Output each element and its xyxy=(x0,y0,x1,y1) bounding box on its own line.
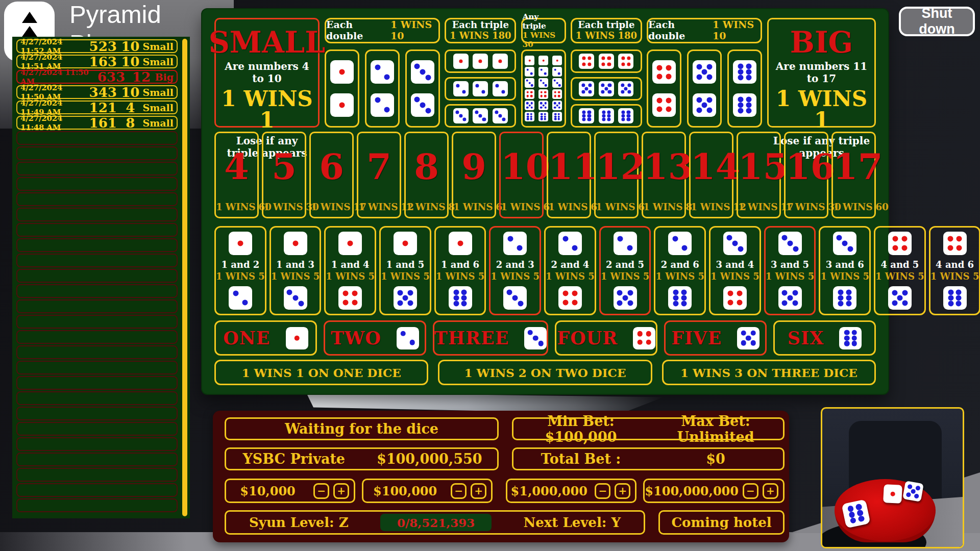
bet-triple-5[interactable] xyxy=(571,77,642,101)
bet-single-three[interactable]: THREE xyxy=(433,320,549,356)
section-odds: 1 WINS 180 xyxy=(575,31,637,41)
die-pip xyxy=(666,97,671,103)
die-pip xyxy=(544,102,547,105)
bet-total-14[interactable]: 141 WINS 12 xyxy=(689,132,733,218)
bet-combo-3-5[interactable]: 3 and 51 WINS 5 xyxy=(764,226,816,315)
die-6-icon xyxy=(538,112,548,121)
section-triple: Each triple1 WINS 180 xyxy=(571,18,642,128)
die-pip xyxy=(541,118,543,120)
die-pip xyxy=(461,301,467,307)
bet-combo-1-2[interactable]: 1 and 21 WINS 5 xyxy=(214,226,266,315)
bet-total-6[interactable]: 61 WINS 17 xyxy=(309,132,354,218)
chip-plus-button[interactable]: + xyxy=(763,483,778,499)
total-number: 14 xyxy=(691,149,732,185)
bet-total-8[interactable]: 81 WINS 8 xyxy=(404,132,449,218)
die-pip xyxy=(738,108,744,113)
combo-label: 2 and 3 xyxy=(496,260,534,269)
bet-total-10[interactable]: 101 WINS 6 xyxy=(499,132,544,218)
chip-plus-button[interactable]: + xyxy=(471,483,486,499)
bet-double-3[interactable] xyxy=(405,49,440,128)
bet-double-6[interactable] xyxy=(727,49,762,128)
any-header: Any triple1 WINS 30 xyxy=(521,18,566,43)
bet-combo-3-6[interactable]: 3 and 61 WINS 5 xyxy=(819,226,871,315)
die-pip xyxy=(541,91,543,94)
die-pip xyxy=(518,301,524,307)
bet-combo-1-5[interactable]: 1 and 51 WINS 5 xyxy=(379,226,431,315)
die-pip xyxy=(604,87,608,90)
die-1-icon xyxy=(330,93,354,117)
die-pip xyxy=(348,240,353,246)
chip-100000[interactable]: $100,000−+ xyxy=(362,479,493,503)
combo-odds: 1 WINS 5 xyxy=(766,272,815,281)
totals-row: 41 WINS 6051 WINS 3061 WINS 1771 WINS 12… xyxy=(214,132,876,218)
bet-total-15[interactable]: 151 WINS 17 xyxy=(737,132,781,218)
bet-triple-1[interactable] xyxy=(445,49,516,73)
chip-minus-button[interactable]: − xyxy=(451,483,467,499)
die-5-icon xyxy=(579,81,594,96)
chip-minus-button[interactable]: − xyxy=(743,483,758,499)
bet-total-12[interactable]: 121 WINS 6 xyxy=(594,132,639,218)
bet-single-six[interactable]: SIX xyxy=(773,320,876,356)
bet-triple-6[interactable] xyxy=(571,104,642,128)
bet-combo-4-5[interactable]: 4 and 51 WINS 5 xyxy=(874,226,926,315)
die-pip xyxy=(707,97,713,103)
combo-label: 2 and 5 xyxy=(606,260,644,269)
die-pip xyxy=(339,102,345,108)
total-odds: 1 WINS 30 xyxy=(786,202,827,212)
bet-total-13[interactable]: 131 WINS 8 xyxy=(642,132,686,218)
die-pip xyxy=(587,118,591,121)
bet-combo-4-6[interactable]: 4 and 61 WINS 5 xyxy=(929,226,980,315)
bet-double-2[interactable] xyxy=(365,49,400,128)
history-dice: 633 xyxy=(94,70,128,84)
history-scrollbar[interactable] xyxy=(182,39,187,516)
die-pip xyxy=(554,68,556,71)
bet-combo-3-4[interactable]: 3 and 41 WINS 5 xyxy=(709,226,761,315)
bet-combo-2-6[interactable]: 2 and 61 WINS 5 xyxy=(654,226,706,315)
bet-total-11[interactable]: 111 WINS 6 xyxy=(547,132,591,218)
chip-10000[interactable]: $10,000−+ xyxy=(225,479,355,503)
bet-small[interactable]: SMALL Are numbers 4 to 10 1 WINS 1 Lose … xyxy=(214,18,320,128)
bet-combo-2-5[interactable]: 2 and 51 WINS 5 xyxy=(599,226,651,315)
triple-header: Each triple1 WINS 180 xyxy=(445,18,516,43)
die-5-icon xyxy=(778,286,802,310)
bet-single-two[interactable]: TWO xyxy=(324,320,426,356)
bet-combo-2-4[interactable]: 2 and 41 WINS 5 xyxy=(544,226,596,315)
die-pip xyxy=(502,118,505,121)
bet-any-triple[interactable] xyxy=(521,49,566,128)
shutdown-button[interactable]: Shut down xyxy=(899,7,975,36)
bet-double-1[interactable] xyxy=(325,49,359,128)
die-pip xyxy=(530,106,533,109)
combo-label: 1 and 5 xyxy=(386,260,424,269)
bet-single-five[interactable]: FIVE xyxy=(664,320,767,356)
bet-total-5[interactable]: 51 WINS 30 xyxy=(262,132,306,218)
bet-combo-1-3[interactable]: 1 and 31 WINS 5 xyxy=(270,226,322,315)
bet-triple-3[interactable] xyxy=(445,104,516,128)
history-row-empty xyxy=(16,391,178,405)
bet-single-four[interactable]: FOUR xyxy=(555,320,657,356)
chip-1000000[interactable]: $1,000,000−+ xyxy=(506,479,636,503)
bet-total-9[interactable]: 91 WINS 6 xyxy=(452,132,496,218)
bet-combo-2-3[interactable]: 2 and 31 WINS 5 xyxy=(489,226,541,315)
bet-combo-1-6[interactable]: 1 and 61 WINS 5 xyxy=(434,226,486,315)
combo-odds: 1 WINS 5 xyxy=(271,272,320,281)
bet-single-one[interactable]: ONE xyxy=(214,320,317,356)
chip-minus-button[interactable]: − xyxy=(313,483,329,499)
chip-minus-button[interactable]: − xyxy=(595,483,610,499)
chip-plus-button[interactable]: + xyxy=(615,483,630,499)
bet-triple-2[interactable] xyxy=(445,77,516,101)
bet-big[interactable]: BIG Are numbers 11 to 17 1 WINS 1 Lose i… xyxy=(767,18,876,128)
die-pip xyxy=(621,62,625,66)
chip-plus-button[interactable]: + xyxy=(333,483,349,499)
bet-total-7[interactable]: 71 WINS 12 xyxy=(357,132,401,218)
bet-total-17[interactable]: 171 WINS 60 xyxy=(831,132,876,218)
bet-double-5[interactable] xyxy=(687,49,722,128)
bet-total-4[interactable]: 41 WINS 60 xyxy=(214,132,259,218)
coming-hotel-button[interactable]: Coming hotel xyxy=(658,510,785,535)
die-pip xyxy=(402,240,408,246)
bet-double-4[interactable] xyxy=(647,49,681,128)
bet-triple-4[interactable] xyxy=(571,49,642,73)
chip-100000000[interactable]: $100,000,000−+ xyxy=(643,479,785,503)
die-pip xyxy=(666,65,671,70)
bet-combo-1-4[interactable]: 1 and 41 WINS 5 xyxy=(324,226,376,315)
bet-total-16[interactable]: 161 WINS 30 xyxy=(784,132,828,218)
